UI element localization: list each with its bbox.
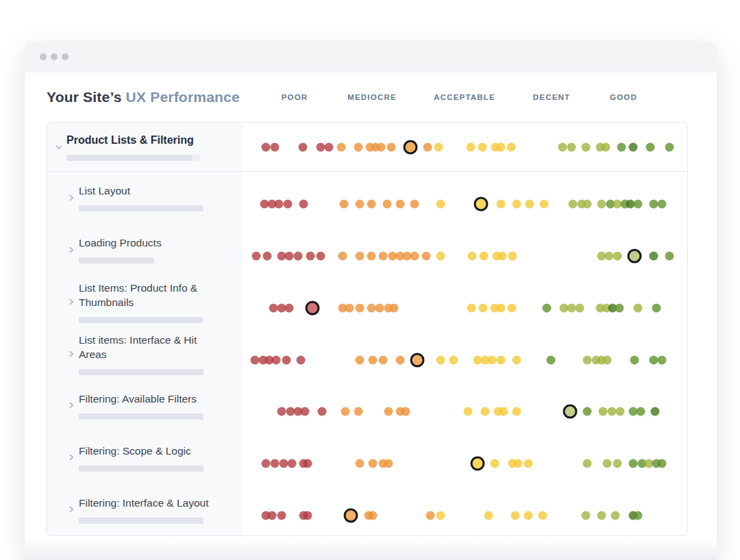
data-point[interactable] <box>262 459 271 468</box>
data-point[interactable] <box>275 199 284 208</box>
row-header-cell[interactable]: Product Lists & Filtering <box>47 123 243 171</box>
data-point[interactable] <box>396 355 405 364</box>
data-point[interactable] <box>543 303 552 312</box>
data-point[interactable] <box>301 407 310 416</box>
data-point[interactable] <box>498 251 507 260</box>
data-point[interactable] <box>617 142 626 151</box>
data-point[interactable] <box>338 251 347 260</box>
data-point[interactable] <box>337 142 346 151</box>
data-point[interactable] <box>484 511 493 520</box>
data-point[interactable] <box>467 142 476 151</box>
data-point[interactable] <box>423 142 432 151</box>
data-point[interactable] <box>354 407 363 416</box>
data-point[interactable] <box>436 511 445 520</box>
data-point[interactable] <box>304 511 312 520</box>
data-point-highlighted[interactable] <box>474 196 489 211</box>
data-point[interactable] <box>497 303 506 312</box>
data-point[interactable] <box>480 251 489 260</box>
data-point[interactable] <box>340 199 349 208</box>
data-point[interactable] <box>658 459 667 468</box>
data-point[interactable] <box>597 511 606 520</box>
data-point[interactable] <box>356 303 365 312</box>
data-point[interactable] <box>576 303 584 312</box>
data-point[interactable] <box>513 407 521 416</box>
data-point[interactable] <box>603 355 612 364</box>
data-point-highlighted[interactable] <box>628 249 642 263</box>
data-point[interactable] <box>325 142 334 151</box>
data-point[interactable] <box>569 199 578 208</box>
data-point[interactable] <box>513 355 521 364</box>
chevron-right-icon[interactable] <box>68 298 79 306</box>
data-point[interactable] <box>650 251 658 260</box>
data-point[interactable] <box>268 511 277 520</box>
window-button-icon[interactable] <box>51 53 58 60</box>
data-point[interactable] <box>603 459 612 468</box>
window-button-icon[interactable] <box>62 53 69 60</box>
data-point[interactable] <box>488 355 497 364</box>
chevron-right-icon[interactable] <box>68 194 79 202</box>
data-point[interactable] <box>317 251 325 260</box>
data-point[interactable] <box>464 407 473 416</box>
data-point[interactable] <box>665 251 674 260</box>
data-point[interactable] <box>396 199 405 208</box>
data-point[interactable] <box>252 251 261 260</box>
data-point[interactable] <box>524 511 533 520</box>
data-point[interactable] <box>658 199 667 208</box>
row-header-cell[interactable]: Loading Products <box>47 224 243 276</box>
data-point[interactable] <box>434 142 443 151</box>
data-point[interactable] <box>278 407 286 416</box>
data-point[interactable] <box>379 355 388 364</box>
chevron-right-icon[interactable] <box>68 246 79 254</box>
data-point[interactable] <box>272 355 281 364</box>
data-point[interactable] <box>390 303 399 312</box>
data-point[interactable] <box>599 407 608 416</box>
data-point[interactable] <box>583 355 592 364</box>
data-point[interactable] <box>284 199 293 208</box>
data-point[interactable] <box>294 251 303 260</box>
data-point[interactable] <box>582 142 591 151</box>
data-point[interactable] <box>508 251 517 260</box>
row-header-cell[interactable]: List Layout <box>47 172 243 224</box>
chevron-right-icon[interactable] <box>68 350 79 358</box>
data-point[interactable] <box>356 199 365 208</box>
data-point[interactable] <box>384 407 393 416</box>
data-point[interactable] <box>558 142 567 151</box>
data-point[interactable] <box>582 511 591 520</box>
data-point[interactable] <box>369 459 378 468</box>
data-point[interactable] <box>367 251 376 260</box>
data-point[interactable] <box>514 459 523 468</box>
data-point[interactable] <box>583 459 592 468</box>
data-point[interactable] <box>524 459 533 468</box>
chevron-right-icon[interactable] <box>68 505 79 513</box>
data-point[interactable] <box>652 303 661 312</box>
data-point[interactable] <box>658 355 667 364</box>
data-point[interactable] <box>285 303 294 312</box>
data-point[interactable] <box>567 142 576 151</box>
data-point[interactable] <box>318 407 327 416</box>
data-point[interactable] <box>297 355 306 364</box>
data-point[interactable] <box>285 251 294 260</box>
data-point[interactable] <box>497 199 506 208</box>
data-point[interactable] <box>634 303 643 312</box>
data-point[interactable] <box>665 142 674 151</box>
data-point[interactable] <box>613 251 622 260</box>
data-point[interactable] <box>526 199 534 208</box>
data-point[interactable] <box>387 142 396 151</box>
data-point[interactable] <box>356 355 365 364</box>
data-point[interactable] <box>500 407 508 416</box>
data-point[interactable] <box>583 407 592 416</box>
data-point[interactable] <box>508 303 517 312</box>
data-point[interactable] <box>271 459 280 468</box>
data-point[interactable] <box>479 303 488 312</box>
data-point[interactable] <box>299 199 308 208</box>
data-point[interactable] <box>436 355 445 364</box>
data-point[interactable] <box>356 459 365 468</box>
data-point[interactable] <box>637 407 645 416</box>
data-point[interactable] <box>468 251 477 260</box>
data-point[interactable] <box>597 199 606 208</box>
chevron-right-icon[interactable] <box>68 453 79 461</box>
data-point[interactable] <box>384 459 393 468</box>
row-header-cell[interactable]: Filtering: Scope & Logic <box>47 431 243 483</box>
data-point-highlighted[interactable] <box>410 353 425 367</box>
data-point[interactable] <box>634 511 643 520</box>
